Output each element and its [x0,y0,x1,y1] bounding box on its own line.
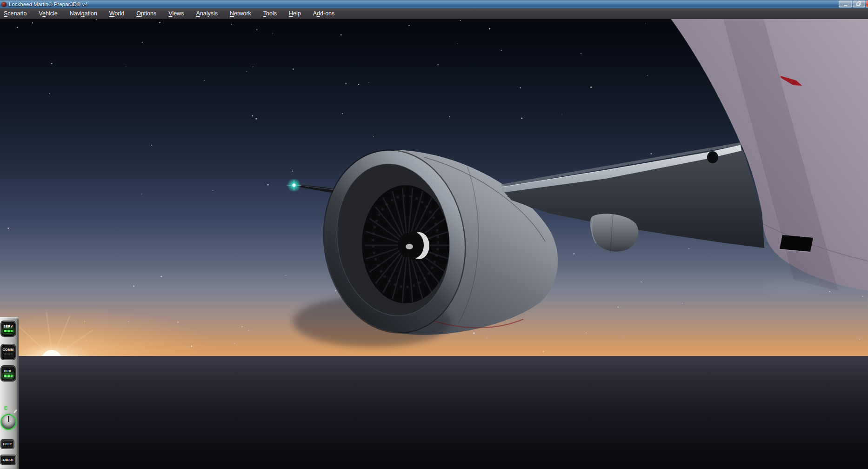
help-button[interactable]: HELP [1,440,14,449]
simulator-viewport[interactable] [0,19,868,469]
restore-icon [856,1,861,6]
menu-item-analysis[interactable]: Analysis [190,8,224,19]
comm-label: COMM [3,348,14,351]
about-button[interactable]: ABOUT [0,455,16,464]
menu-item-world[interactable]: World [103,8,130,19]
menu-item-vehicle[interactable]: Vehicle [33,8,63,19]
serv-label: SERV [3,325,13,328]
close-button[interactable] [866,0,868,7]
comm-indicator-light [3,353,13,356]
hide-button[interactable]: HIDE [1,366,15,381]
restore-button[interactable] [853,0,865,7]
leading-edge-opening [707,151,718,163]
window-controls [838,0,868,8]
utility-side-panel: SERVCOMMHIDE C HELP ABOUT [0,317,19,469]
knob-pointer-mark [8,416,9,422]
prepar3d-window: Lockheed Martin® Prepar3D® v4 ScenarioVe… [0,0,868,469]
menu-item-add-ons[interactable]: Add-ons [307,8,341,19]
minimize-button[interactable] [839,0,852,7]
serv-button[interactable]: SERV [1,321,15,336]
ground [0,356,868,469]
minimize-icon [843,2,848,6]
menu-item-navigation[interactable]: Navigation [64,8,103,19]
gear-bay-opening [780,235,813,252]
menu-item-scenario[interactable]: Scenario [0,8,33,19]
menu-item-help[interactable]: Help [283,8,307,19]
comm-button[interactable]: COMM [1,344,15,360]
power-knob[interactable] [0,414,16,430]
hide-indicator-light [3,374,13,377]
hide-label: HIDE [4,369,12,373]
serv-indicator-light [3,329,13,333]
menu-item-views[interactable]: Views [162,8,190,19]
menu-item-options[interactable]: Options [130,8,162,19]
knob-tick-mark [14,409,17,413]
title-bar: Lockheed Martin® Prepar3D® v4 [0,0,868,8]
menu-item-tools[interactable]: Tools [257,8,283,19]
knob-label: C [4,406,7,411]
panel-toggle-buttons: SERVCOMMHIDE [0,321,19,381]
window-title: Lockheed Martin® Prepar3D® v4 [9,0,88,8]
menu-item-network[interactable]: Network [224,8,257,19]
menu-bar: ScenarioVehicleNavigationWorldOptionsVie… [0,8,868,19]
prepar3d-app-icon[interactable] [1,2,7,7]
